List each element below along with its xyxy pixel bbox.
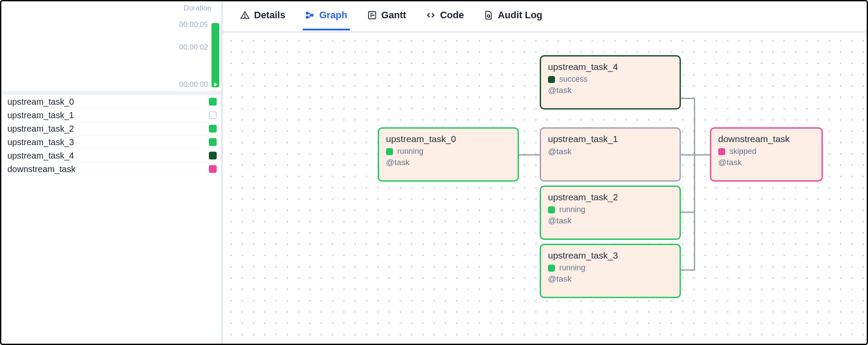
sidebar: Duration 00:00:05 00:00:02 00:00:00 upst… [1,1,223,344]
node-title: upstream_task_1 [548,134,673,144]
svg-point-1 [244,17,245,18]
node-title: upstream_task_3 [548,250,673,261]
node-meta: @task [548,274,673,284]
node-title: upstream_task_2 [548,192,673,202]
edge [681,154,695,156]
edge [681,98,695,99]
axis-tick-low: 00:00:00 [179,80,208,89]
app-frame: Duration 00:00:05 00:00:02 00:00:00 upst… [0,0,868,345]
node-meta: @task [548,147,673,156]
node-upstream_task_1[interactable]: upstream_task_1 @task [540,127,681,182]
edge [681,212,695,213]
svg-rect-3 [306,16,309,19]
gantt-icon [367,10,377,20]
tab-gantt[interactable]: Gantt [365,10,409,30]
node-meta: @task [386,158,511,167]
duration-axis: 00:00:05 00:00:02 00:00:00 [1,13,221,91]
graph-icon [305,10,315,20]
duration-header: Duration [1,1,221,13]
tab-graph[interactable]: Graph [303,10,350,30]
edge [519,154,540,156]
task-name: upstream_task_2 [7,124,74,134]
task-row-upstream_task_3[interactable]: upstream_task_3 [1,136,221,149]
task-row-upstream_task_0[interactable]: upstream_task_0 [1,95,221,109]
node-status: running [559,263,585,272]
sidebar-divider [1,91,221,95]
node-upstream_task_4[interactable]: upstream_task_4 success @task [540,55,681,109]
node-meta: @task [548,86,673,95]
task-row-upstream_task_2[interactable]: upstream_task_2 [1,122,221,136]
node-meta: @task [548,216,673,226]
node-title: downstream_task [718,134,815,144]
node-upstream_task_2[interactable]: upstream_task_2 running @task [540,186,681,240]
node-downstream_task[interactable]: downstream_task skipped @task [710,127,823,182]
svg-line-10 [489,17,490,18]
graph-canvas[interactable]: upstream_task_0 running @task upstream_t… [223,33,867,344]
tab-label: Gantt [381,10,406,21]
tab-audit-log[interactable]: Audit Log [481,10,545,30]
svg-rect-2 [306,12,309,15]
tab-code[interactable]: Code [423,10,466,30]
main-panel: Details Graph Gantt Code [223,1,867,344]
edge [681,269,695,271]
edge [694,154,710,156]
tab-bar: Details Graph Gantt Code [223,1,867,33]
status-dot-icon [209,152,217,159]
axis-tick-high: 00:00:05 [179,20,208,29]
code-icon [426,10,436,20]
status-dot-icon [209,98,217,106]
status-dot-icon [718,148,725,155]
node-upstream_task_3[interactable]: upstream_task_3 running @task [540,244,681,298]
axis-tick-mid: 00:00:02 [179,43,208,52]
status-dot-icon [386,148,393,155]
node-status: skipped [729,147,756,156]
node-status: success [559,75,587,84]
status-dot-icon [548,265,555,272]
status-dot-icon [209,111,217,119]
audit-log-icon [484,10,493,20]
node-meta: @task [718,158,815,167]
task-name: upstream_task_0 [7,97,74,107]
task-name: downstream_task [7,164,76,174]
status-dot-icon [209,138,217,146]
task-row-upstream_task_4[interactable]: upstream_task_4 [1,149,221,163]
task-name: upstream_task_1 [7,110,74,120]
task-name: upstream_task_4 [7,151,74,161]
node-title: upstream_task_4 [548,62,673,72]
status-dot-icon [548,206,555,213]
tab-details[interactable]: Details [238,10,288,30]
task-row-downstream_task[interactable]: downstream_task [1,163,221,176]
node-title: upstream_task_0 [386,134,511,144]
warning-triangle-icon [240,10,250,20]
status-dot-icon [548,76,555,83]
task-list: upstream_task_0 upstream_task_1 upstream… [1,95,221,176]
node-status: running [559,205,585,214]
tab-label: Details [254,10,285,21]
node-upstream_task_0[interactable]: upstream_task_0 running @task [378,127,519,182]
status-dot-icon [209,125,217,133]
svg-rect-4 [311,14,314,17]
task-row-upstream_task_1[interactable]: upstream_task_1 [1,109,221,122]
tab-label: Audit Log [498,10,542,21]
duration-bar[interactable] [211,23,219,87]
edge [694,98,695,271]
node-status: running [397,147,423,156]
tab-label: Code [440,10,464,21]
task-name: upstream_task_3 [7,137,74,147]
status-dot-icon [209,165,217,173]
tab-label: Graph [319,10,347,21]
